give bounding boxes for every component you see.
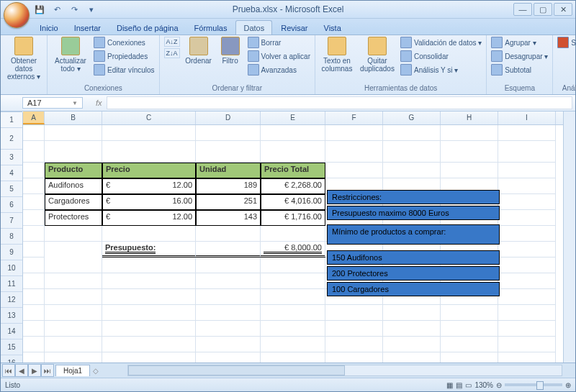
cell-D3[interactable]: Unidad (196, 163, 261, 178)
connections-button[interactable]: Conexiones (94, 37, 155, 48)
cell-G12[interactable] (383, 305, 441, 321)
cell-B15[interactable] (45, 352, 102, 363)
cell-H15[interactable] (441, 352, 498, 363)
view-normal-icon[interactable]: ▦ (446, 381, 453, 389)
filter-button[interactable]: Filtro (217, 37, 243, 65)
row-header-9[interactable]: 9 (1, 245, 22, 260)
reapply-button[interactable]: Volver a aplicar (248, 50, 310, 62)
cell-I4[interactable] (498, 178, 556, 194)
cells-area[interactable]: ProductoPrecioUnidadPrecio TotalAudifono… (23, 125, 563, 363)
cell-E8[interactable]: € 8,000.00 (261, 242, 325, 257)
cell-H3[interactable] (441, 163, 498, 178)
cell-A2[interactable] (23, 141, 45, 163)
next-sheet-button[interactable]: ▶ (28, 364, 41, 377)
cell-G1[interactable] (383, 125, 441, 141)
cell-A7[interactable] (23, 226, 45, 242)
cell-D6[interactable]: 143 (196, 210, 261, 226)
cell-F1[interactable] (325, 125, 383, 141)
spreadsheet-grid[interactable]: 1234567891011121314151617 ABCDEFGHI Prod… (1, 111, 575, 363)
cell-E6[interactable]: € 1,716.00 (261, 210, 325, 226)
col-header-E[interactable]: E (261, 111, 325, 124)
cell-A14[interactable] (23, 337, 45, 352)
qat-dropdown-icon[interactable]: ▾ (84, 3, 99, 16)
cell-I1[interactable] (498, 125, 556, 141)
tab-revisar[interactable]: Revisar (274, 21, 315, 35)
text-to-columns-button[interactable]: Texto en columnas (320, 37, 354, 73)
cell-F2[interactable] (325, 141, 383, 163)
cell-A11[interactable] (23, 289, 45, 305)
last-sheet-button[interactable]: ⏭ (41, 364, 54, 377)
cell-D8[interactable] (196, 242, 261, 257)
properties-button[interactable]: Propiedades (94, 50, 155, 62)
tab-diseno[interactable]: Diseño de página (109, 21, 186, 35)
minimize-button[interactable]: — (513, 3, 532, 16)
get-external-data-button[interactable]: Obtener datos externos ▾ (5, 37, 42, 81)
cell-C15[interactable] (102, 352, 196, 363)
cell-E1[interactable] (261, 125, 325, 141)
col-header-C[interactable]: C (102, 111, 196, 124)
cell-D14[interactable] (196, 337, 261, 352)
cell-C9[interactable] (102, 257, 196, 273)
cell-F14[interactable] (325, 337, 383, 352)
cell-C12[interactable] (102, 305, 196, 321)
cell-F13[interactable] (325, 321, 383, 337)
cell-H14[interactable] (441, 337, 498, 352)
cell-B9[interactable] (45, 257, 102, 273)
cell-A9[interactable] (23, 257, 45, 273)
cell-E2[interactable] (261, 141, 325, 163)
zoom-level[interactable]: 130% (474, 381, 493, 389)
zoom-in-button[interactable]: ⊕ (565, 381, 571, 389)
cell-B11[interactable] (45, 289, 102, 305)
sort-button[interactable]: Ordenar (184, 37, 213, 65)
zoom-thumb[interactable] (536, 381, 544, 390)
cell-C11[interactable] (102, 289, 196, 305)
cell-C2[interactable] (102, 141, 196, 163)
cell-E4[interactable]: € 2,268.00 (261, 178, 325, 194)
tab-vista[interactable]: Vista (317, 21, 348, 35)
solver-button[interactable]: Solver (557, 37, 576, 48)
cell-E10[interactable] (261, 273, 325, 289)
cell-B6[interactable]: Protectores (45, 210, 102, 226)
formula-input[interactable] (107, 96, 572, 109)
column-headers[interactable]: ABCDEFGHI (23, 111, 563, 125)
cell-A6[interactable] (23, 210, 45, 226)
cell-A3[interactable] (23, 163, 45, 178)
cell-C14[interactable] (102, 337, 196, 352)
cell-C7[interactable] (102, 226, 196, 242)
refresh-all-button[interactable]: Actualizar todo ▾ (52, 37, 89, 73)
tab-insertar[interactable]: Insertar (67, 21, 108, 35)
cell-E14[interactable] (261, 337, 325, 352)
data-validation-button[interactable]: Validación de datos ▾ (400, 37, 482, 48)
fx-icon[interactable]: fx (96, 99, 102, 107)
cell-A10[interactable] (23, 273, 45, 289)
cell-C1[interactable] (102, 125, 196, 141)
cell-B8[interactable] (45, 242, 102, 257)
cell-D10[interactable] (196, 273, 261, 289)
cell-E15[interactable] (261, 352, 325, 363)
col-header-F[interactable]: F (325, 111, 383, 124)
row-header-3[interactable]: 3 (1, 150, 22, 165)
cell-I5[interactable] (498, 194, 556, 210)
cell-C3[interactable]: Precio (102, 163, 196, 178)
row-header-13[interactable]: 13 (1, 308, 22, 324)
cell-F12[interactable] (325, 305, 383, 321)
cell-I10[interactable] (498, 273, 556, 289)
redo-icon[interactable]: ↷ (67, 3, 81, 16)
save-icon[interactable]: 💾 (32, 3, 47, 16)
view-pagebreak-icon[interactable]: ▭ (465, 381, 472, 389)
cell-D1[interactable] (196, 125, 261, 141)
view-layout-icon[interactable]: ▤ (456, 381, 462, 389)
cell-D13[interactable] (196, 321, 261, 337)
row-headers[interactable]: 1234567891011121314151617 (1, 112, 23, 363)
cell-A1[interactable] (23, 125, 45, 141)
cell-I11[interactable] (498, 289, 556, 305)
cell-I8[interactable] (498, 242, 556, 257)
cell-E13[interactable] (261, 321, 325, 337)
cell-B12[interactable] (45, 305, 102, 321)
advanced-button[interactable]: Avanzadas (248, 64, 310, 76)
cell-D11[interactable] (196, 289, 261, 305)
close-button[interactable]: ✕ (554, 3, 572, 16)
cell-D7[interactable] (196, 226, 261, 242)
first-sheet-button[interactable]: ⏮ (2, 364, 15, 377)
col-header-B[interactable]: B (45, 111, 102, 124)
